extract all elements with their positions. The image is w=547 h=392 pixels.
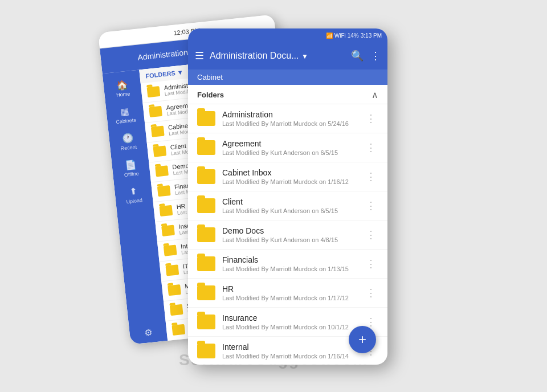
list-item[interactable]: Agreement Last Modified By Kurt Anderson… [188,133,387,162]
folder-icon [197,315,215,329]
folder-item-modified: Last Modified By Marriott Murdock on 1/1… [222,266,357,272]
search-icon[interactable]: 🔍 [351,50,364,62]
folder-item-name: Administration [222,110,357,119]
home-icon: 🏠 [116,79,128,91]
collapse-icon[interactable]: ∧ [372,89,378,100]
folder-item-modified: Last Modified By Kurt Anderson on 6/5/15 [222,207,357,214]
folder-item-text: Administration Last Modified By Marriott… [222,110,357,127]
folder-icon [160,205,173,217]
folder-item-name: Insurance [222,313,357,322]
folder-item-text: HR Last Modified By Marriott Murdock on … [222,284,357,301]
folder-icon [197,227,215,242]
recent-icon: 🕐 [121,132,134,144]
folder-icon [197,285,215,300]
folder-icon [168,284,181,296]
folder-item-modified: Last Modified By Marriott Murdock on 1/1… [222,353,357,360]
folder-icon [147,86,161,97]
back-folders-label: FOLDERS ▼ [145,68,183,79]
folder-menu-icon[interactable]: ⋮ [364,170,378,183]
sidebar-item-recent-label: Recent [120,144,137,152]
folder-icon [197,198,215,213]
sidebar-item-offline[interactable]: 📄 Offline [111,154,150,183]
front-status-bar: 📶 WiFi 14% 3:13 PM [188,28,387,42]
folder-item-text: Internal Last Modified By Marriott Murdo… [222,342,357,360]
folder-item-text: Financials Last Modified By Marriott Mur… [222,255,357,272]
folder-item-name: HR [222,284,357,293]
more-options-icon[interactable]: ⋮ [370,50,381,62]
fab-add-button[interactable]: + [349,326,376,353]
sidebar-item-cabinets-label: Cabinets [116,117,136,125]
header-icons: 🔍 ⋮ [351,50,381,62]
folder-icon [172,324,185,336]
folder-icon [149,106,162,117]
folder-icon [164,244,177,256]
folder-menu-icon[interactable]: ⋮ [364,258,378,270]
folder-item-modified: Last Modified By Kurt Anderson on 4/8/15 [222,236,357,243]
folder-icon [155,165,169,177]
folder-item-modified: Last Modified By Marriott Murdock on 1/1… [222,178,357,185]
folder-icon [170,304,183,316]
list-item[interactable]: Demo Docs Last Modified By Kurt Anderson… [188,220,387,250]
folder-icon [165,264,179,276]
sidebar-item-settings[interactable]: ⚙ [129,322,168,345]
header-dropdown-icon[interactable]: ▼ [301,52,308,60]
folder-menu-icon[interactable]: ⋮ [364,141,378,154]
folder-icon [197,169,215,184]
folder-item-modified: Last Modified By Kurt Anderson on 6/5/15 [222,149,357,156]
status-time: 3:13 PM [361,32,382,39]
cabinets-icon: ▦ [120,106,130,117]
sidebar-item-cabinets[interactable]: ▦ Cabinets [105,101,145,129]
wifi-icon: WiFi [334,32,346,39]
folder-menu-icon[interactable]: ⋮ [364,287,378,299]
sidebar-item-upload[interactable]: ⬆ Upload [114,181,153,209]
folders-section-label: Folders [197,91,224,99]
folder-item-modified: Last Modified By Marriott Murdock on 5/2… [222,120,357,127]
sidebar-item-offline-label: Offline [124,171,139,178]
folder-item-modified: Last Modified By Marriott Murdock on 1/1… [222,295,357,301]
list-item[interactable]: Client Last Modified By Kurt Anderson on… [188,191,387,220]
folder-icon [197,344,215,358]
folder-item-name: Agreement [222,139,357,148]
folder-icon [161,225,175,236]
folder-icon [153,145,167,157]
cabinet-label: Cabinet [188,70,387,85]
folder-item-text: Insurance Last Modified By Marriott Murd… [222,313,357,330]
upload-icon: ⬆ [129,186,138,197]
folder-menu-icon[interactable]: ⋮ [364,112,378,125]
header-title: Administration Docu... ▼ [210,51,345,61]
folder-icon [151,126,165,137]
folder-icon [197,140,215,155]
front-phone: 📶 WiFi 14% 3:13 PM ☰ Administration Docu… [188,28,387,365]
folder-item-modified: Last Modified By Marriott Murdock on 10/… [222,324,357,330]
list-item[interactable]: Cabinet Inbox Last Modified By Marriott … [188,162,387,191]
folder-item-text: Cabinet Inbox Last Modified By Marriott … [222,168,357,185]
folder-menu-icon[interactable]: ⋮ [364,228,378,241]
folder-icon [157,185,171,197]
folder-list: Administration Last Modified By Marriott… [188,104,387,365]
front-header: ☰ Administration Docu... ▼ 🔍 ⋮ [188,42,387,70]
folder-icon [197,256,215,271]
folder-item-name: Internal [222,342,357,352]
sidebar-item-home[interactable]: 🏠 Home [103,74,142,103]
status-icons: 📶 WiFi 14% 3:13 PM [326,32,382,39]
folder-item-text: Agreement Last Modified By Kurt Anderson… [222,139,357,156]
menu-icon[interactable]: ☰ [195,50,204,62]
settings-icon: ⚙ [144,327,153,338]
battery-text: 14% [348,32,359,39]
folder-item-text: Demo Docs Last Modified By Kurt Anderson… [222,226,357,243]
folder-item-name: Financials [222,255,357,264]
sidebar-item-home-label: Home [116,91,130,97]
folder-item-text: Client Last Modified By Kurt Anderson on… [222,197,357,214]
header-title-text: Administration Docu... [210,51,299,60]
folders-section-header: Folders ∧ [188,85,387,104]
list-item[interactable]: Administration Last Modified By Marriott… [188,104,387,133]
sidebar-item-recent[interactable]: 🕐 Recent [108,128,148,156]
folder-item-name: Cabinet Inbox [222,168,357,177]
folder-icon [197,111,215,126]
folder-item-name: Demo Docs [222,226,357,235]
folder-menu-icon[interactable]: ⋮ [364,199,378,212]
folder-item-name: Client [222,197,357,206]
list-item[interactable]: Financials Last Modified By Marriott Mur… [188,250,387,279]
list-item[interactable]: HR Last Modified By Marriott Murdock on … [188,279,387,308]
sidebar-item-upload-label: Upload [126,197,142,205]
